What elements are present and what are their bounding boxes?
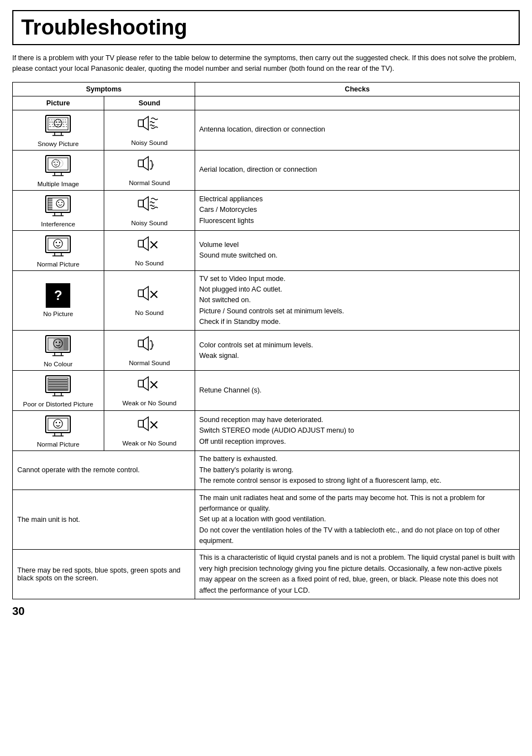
svg-point-17: [54, 162, 55, 163]
no-colour-label: No Colour: [43, 361, 72, 367]
checks-text-9: The battery is exhausted. The battery's …: [199, 454, 515, 486]
no-sound-label-1: No Sound: [135, 260, 163, 266]
svg-rect-66: [64, 338, 68, 350]
svg-marker-54: [143, 237, 148, 250]
svg-rect-43: [138, 200, 143, 207]
checks-text-11: This is a characteristic of liquid cryst…: [199, 553, 515, 596]
hot-unit-label: The main unit is hot.: [17, 516, 80, 524]
svg-point-68: [56, 342, 57, 343]
weak-sound-icon-1: [137, 375, 162, 397]
snowy-picture-icon: [43, 113, 72, 138]
svg-point-16: [52, 159, 60, 167]
svg-point-19: [55, 159, 63, 167]
table-row: Cannot operate with the remote control. …: [13, 451, 520, 490]
svg-rect-57: [138, 290, 143, 297]
multiple-image-label: Multiple Image: [37, 181, 79, 187]
table-row: Normal Picture Weak or No Sound Sound re…: [13, 411, 520, 451]
troubleshooting-table: Symptoms Checks Picture Sound: [12, 82, 520, 599]
checks-text-2: Aerial location, direction or connection: [199, 164, 515, 175]
weak-sound-icon-2: [137, 415, 162, 437]
symptom-no-colour: No Colour: [17, 333, 100, 367]
symptom-normal-picture-2: Normal Picture: [17, 414, 100, 448]
snowy-picture-label: Snowy Picture: [38, 140, 79, 147]
svg-text:♪: ♪: [152, 162, 154, 168]
no-sound-label-2: No Sound: [135, 309, 163, 316]
table-row: No Colour ♪ Normal Sound Color controls …: [13, 331, 520, 371]
poor-picture-label: Poor or Distorted Picture: [23, 401, 93, 408]
noisy-sound-label-1: Noisy Sound: [131, 139, 167, 146]
svg-rect-93: [48, 418, 68, 430]
svg-point-96: [59, 422, 60, 423]
symptom-no-picture: ? No Picture: [17, 283, 100, 317]
svg-marker-101: [143, 417, 148, 430]
col-picture-header: Picture: [13, 96, 104, 110]
header-checks: Checks: [195, 82, 520, 96]
table-row: ? No Picture No Sound TV set to Video In…: [13, 270, 520, 331]
checks-text-6: Color controls set at minimum levels. We…: [199, 340, 515, 362]
normal-sound-label-1: Normal Sound: [129, 180, 170, 186]
no-sound-icon-1: [137, 235, 162, 257]
svg-point-7: [56, 122, 57, 123]
table-row: Snowy Picture Noisy Sound: [13, 110, 520, 150]
svg-point-95: [56, 422, 57, 423]
page-title: Troubleshooting: [12, 10, 520, 45]
normal-picture-label-1: Normal Picture: [37, 261, 79, 268]
svg-marker-89: [143, 377, 148, 390]
svg-point-48: [56, 241, 57, 243]
svg-rect-73: [138, 340, 143, 347]
no-sound-icon-2: [137, 284, 162, 307]
normal-picture-label-2: Normal Picture: [37, 441, 79, 448]
svg-rect-53: [138, 240, 143, 247]
remote-control-label: Cannot operate with the remote control.: [17, 466, 140, 474]
table-row: Multiple Image ♪ Normal Sound: [13, 150, 520, 190]
no-picture-label: No Picture: [43, 311, 73, 317]
weak-sound-label-2: Weak or No Sound: [122, 440, 176, 447]
checks-text-1: Antenna location, direction or connectio…: [199, 124, 515, 135]
table-row: There may be red spots, blue spots, gree…: [13, 550, 520, 599]
svg-point-20: [57, 162, 59, 163]
table-row: Poor or Distorted Picture Weak or No Sou…: [13, 371, 520, 411]
symptom-multiple-image: Multiple Image: [17, 153, 100, 187]
normal-sound-label-2: Normal Sound: [129, 360, 170, 366]
checks-text-3: Electrical appliances Cars / Motorcycles…: [199, 194, 515, 226]
no-picture-box: ?: [46, 283, 70, 308]
col-checks-header: [195, 96, 520, 110]
svg-rect-100: [138, 420, 143, 427]
noisy-sound-icon-1: [137, 114, 162, 137]
checks-text-10: The main unit radiates heat and some of …: [199, 493, 515, 547]
symptom-no-sound-1: No Sound: [108, 235, 191, 266]
page-number: 30: [12, 605, 520, 618]
svg-rect-88: [138, 380, 143, 387]
checks-text-5: TV set to Video Input mode. Not plugged …: [199, 274, 515, 328]
svg-rect-46: [48, 238, 68, 250]
checks-text-8: Sound reception may have deteriorated. S…: [199, 415, 515, 447]
symptom-snowy-picture: Snowy Picture: [17, 113, 100, 147]
symptom-normal-sound-2: ♪ Normal Sound: [108, 335, 191, 366]
svg-point-94: [54, 419, 62, 428]
svg-text:♪: ♪: [152, 342, 154, 348]
svg-marker-13: [143, 117, 148, 130]
checks-text-7: Retune Channel (s).: [199, 385, 515, 396]
symptom-interference: Interference: [17, 193, 100, 227]
poor-picture-icon: [43, 374, 72, 398]
svg-marker-26: [143, 157, 148, 170]
symptom-poor-picture: Poor or Distorted Picture: [17, 374, 100, 408]
svg-marker-58: [143, 287, 148, 300]
svg-point-21: [60, 162, 61, 163]
svg-rect-25: [138, 160, 143, 167]
checks-text-4: Volume level Sound mute switched on.: [199, 240, 515, 261]
header-symptoms: Symptoms: [13, 82, 195, 96]
symptom-no-sound-2: No Sound: [108, 284, 191, 316]
symptom-weak-sound-1: Weak or No Sound: [108, 375, 191, 406]
interference-label: Interference: [41, 221, 75, 227]
table-row: Interference Noisy Sound El: [13, 190, 520, 230]
noisy-sound-label-2: Noisy Sound: [131, 220, 167, 226]
no-colour-icon: [43, 333, 72, 358]
normal-picture-icon-2: [43, 414, 72, 438]
svg-rect-64: [54, 338, 59, 350]
svg-marker-74: [143, 337, 148, 350]
table-row: The main unit is hot. The main unit radi…: [13, 490, 520, 550]
symptom-noisy-sound-1: Noisy Sound: [108, 114, 191, 146]
interference-icon: [43, 193, 72, 218]
symptom-normal-sound-1: ♪ Normal Sound: [108, 154, 191, 186]
